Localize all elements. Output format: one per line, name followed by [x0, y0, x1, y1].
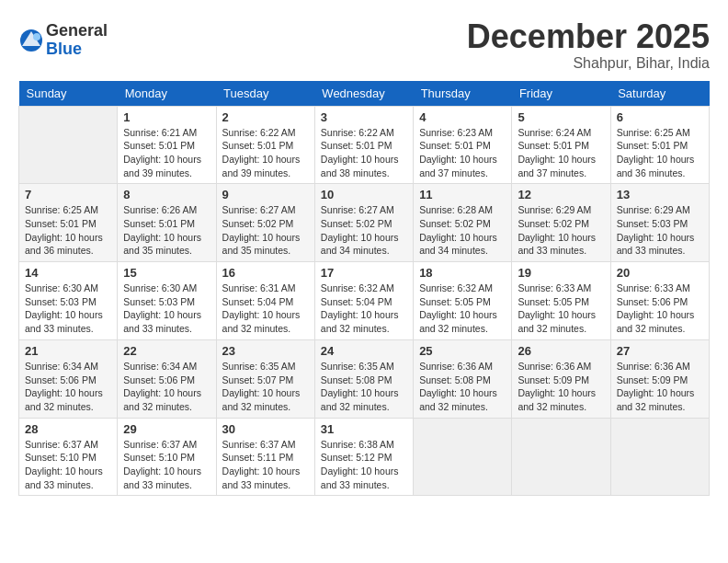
day-info: Sunrise: 6:36 AMSunset: 5:08 PMDaylight:…: [419, 360, 506, 414]
day-number: 31: [321, 422, 407, 436]
header: General Blue December 2025 Shahpur, Biha…: [18, 18, 710, 72]
day-number: 30: [222, 422, 309, 436]
calendar-week-3: 14Sunrise: 6:30 AMSunset: 5:03 PMDayligh…: [19, 262, 710, 340]
calendar-cell: 23Sunrise: 6:35 AMSunset: 5:07 PMDayligh…: [216, 339, 314, 418]
day-number: 2: [222, 110, 309, 124]
day-info: Sunrise: 6:22 AMSunset: 5:01 PMDaylight:…: [321, 126, 407, 180]
weekday-header-saturday: Saturday: [610, 81, 709, 107]
day-info: Sunrise: 6:25 AMSunset: 5:01 PMDaylight:…: [617, 126, 703, 180]
day-info: Sunrise: 6:29 AMSunset: 5:02 PMDaylight:…: [518, 203, 604, 258]
calendar-cell: 29Sunrise: 6:37 AMSunset: 5:10 PMDayligh…: [118, 418, 216, 496]
day-info: Sunrise: 6:30 AMSunset: 5:03 PMDaylight:…: [25, 282, 111, 336]
calendar-cell: [19, 106, 118, 184]
day-number: 19: [518, 266, 604, 280]
calendar-cell: 16Sunrise: 6:31 AMSunset: 5:04 PMDayligh…: [216, 262, 314, 340]
day-info: Sunrise: 6:34 AMSunset: 5:06 PMDaylight:…: [123, 360, 210, 414]
day-number: 23: [222, 344, 309, 358]
weekday-header-thursday: Thursday: [414, 81, 512, 107]
calendar-cell: [610, 418, 709, 496]
day-number: 3: [321, 110, 407, 124]
day-number: 5: [518, 110, 604, 124]
location-title: Shahpur, Bihar, India: [467, 55, 710, 72]
calendar-cell: 2Sunrise: 6:22 AMSunset: 5:01 PMDaylight…: [216, 106, 314, 184]
day-number: 28: [25, 422, 111, 436]
day-number: 8: [123, 188, 210, 201]
calendar-cell: 30Sunrise: 6:37 AMSunset: 5:11 PMDayligh…: [216, 418, 314, 496]
day-info: Sunrise: 6:30 AMSunset: 5:03 PMDaylight:…: [123, 282, 210, 336]
calendar-cell: 7Sunrise: 6:25 AMSunset: 5:01 PMDaylight…: [19, 184, 118, 262]
weekday-header-tuesday: Tuesday: [216, 81, 314, 107]
day-number: 11: [419, 188, 506, 201]
day-info: Sunrise: 6:37 AMSunset: 5:11 PMDaylight:…: [222, 438, 309, 492]
day-info: Sunrise: 6:35 AMSunset: 5:08 PMDaylight:…: [321, 360, 407, 414]
calendar-cell: 26Sunrise: 6:36 AMSunset: 5:09 PMDayligh…: [512, 339, 610, 418]
calendar-cell: [512, 418, 610, 496]
day-info: Sunrise: 6:36 AMSunset: 5:09 PMDaylight:…: [518, 360, 604, 414]
day-info: Sunrise: 6:29 AMSunset: 5:03 PMDaylight:…: [617, 203, 703, 258]
day-info: Sunrise: 6:23 AMSunset: 5:01 PMDaylight:…: [419, 126, 506, 180]
day-info: Sunrise: 6:37 AMSunset: 5:10 PMDaylight:…: [123, 438, 210, 492]
day-info: Sunrise: 6:35 AMSunset: 5:07 PMDaylight:…: [222, 360, 309, 414]
day-info: Sunrise: 6:26 AMSunset: 5:01 PMDaylight:…: [123, 203, 210, 258]
month-title: December 2025: [467, 18, 710, 55]
day-number: 29: [123, 422, 210, 436]
day-info: Sunrise: 6:21 AMSunset: 5:01 PMDaylight:…: [123, 126, 210, 180]
day-number: 15: [123, 266, 210, 280]
calendar-cell: 20Sunrise: 6:33 AMSunset: 5:06 PMDayligh…: [610, 262, 709, 340]
logo-general: General Blue: [46, 22, 108, 59]
logo-icon: [18, 28, 44, 53]
day-number: 24: [321, 344, 407, 358]
calendar-cell: 19Sunrise: 6:33 AMSunset: 5:05 PMDayligh…: [512, 262, 610, 340]
day-info: Sunrise: 6:38 AMSunset: 5:12 PMDaylight:…: [321, 438, 407, 492]
day-info: Sunrise: 6:28 AMSunset: 5:02 PMDaylight:…: [419, 203, 506, 258]
day-info: Sunrise: 6:37 AMSunset: 5:10 PMDaylight:…: [25, 438, 111, 492]
calendar-cell: 12Sunrise: 6:29 AMSunset: 5:02 PMDayligh…: [512, 184, 610, 262]
day-number: 12: [518, 188, 604, 201]
day-info: Sunrise: 6:22 AMSunset: 5:01 PMDaylight:…: [222, 126, 309, 180]
calendar-cell: 27Sunrise: 6:36 AMSunset: 5:09 PMDayligh…: [610, 339, 709, 418]
calendar-cell: 21Sunrise: 6:34 AMSunset: 5:06 PMDayligh…: [19, 339, 118, 418]
day-info: Sunrise: 6:34 AMSunset: 5:06 PMDaylight:…: [25, 360, 111, 414]
calendar-cell: 8Sunrise: 6:26 AMSunset: 5:01 PMDaylight…: [118, 184, 216, 262]
calendar-cell: 5Sunrise: 6:24 AMSunset: 5:01 PMDaylight…: [512, 106, 610, 184]
day-info: Sunrise: 6:27 AMSunset: 5:02 PMDaylight:…: [321, 203, 407, 258]
day-number: 6: [617, 110, 703, 124]
day-info: Sunrise: 6:24 AMSunset: 5:01 PMDaylight:…: [518, 126, 604, 180]
day-number: 17: [321, 266, 407, 280]
weekday-header-monday: Monday: [118, 81, 216, 107]
day-info: Sunrise: 6:32 AMSunset: 5:05 PMDaylight:…: [419, 282, 506, 336]
day-info: Sunrise: 6:36 AMSunset: 5:09 PMDaylight:…: [617, 360, 703, 414]
day-info: Sunrise: 6:27 AMSunset: 5:02 PMDaylight:…: [222, 203, 309, 258]
calendar-cell: 22Sunrise: 6:34 AMSunset: 5:06 PMDayligh…: [118, 339, 216, 418]
calendar-cell: 14Sunrise: 6:30 AMSunset: 5:03 PMDayligh…: [19, 262, 118, 340]
day-number: 26: [518, 344, 604, 358]
calendar-cell: 31Sunrise: 6:38 AMSunset: 5:12 PMDayligh…: [314, 418, 413, 496]
day-number: 21: [25, 344, 111, 358]
calendar-cell: 9Sunrise: 6:27 AMSunset: 5:02 PMDaylight…: [216, 184, 314, 262]
weekday-header-friday: Friday: [512, 81, 610, 107]
calendar-cell: 25Sunrise: 6:36 AMSunset: 5:08 PMDayligh…: [414, 339, 512, 418]
day-number: 9: [222, 188, 309, 201]
day-info: Sunrise: 6:25 AMSunset: 5:01 PMDaylight:…: [25, 203, 111, 258]
day-info: Sunrise: 6:33 AMSunset: 5:05 PMDaylight:…: [518, 282, 604, 336]
calendar-cell: 15Sunrise: 6:30 AMSunset: 5:03 PMDayligh…: [118, 262, 216, 340]
calendar-cell: 1Sunrise: 6:21 AMSunset: 5:01 PMDaylight…: [118, 106, 216, 184]
calendar-cell: 24Sunrise: 6:35 AMSunset: 5:08 PMDayligh…: [314, 339, 413, 418]
calendar-cell: 11Sunrise: 6:28 AMSunset: 5:02 PMDayligh…: [414, 184, 512, 262]
calendar-cell: 18Sunrise: 6:32 AMSunset: 5:05 PMDayligh…: [414, 262, 512, 340]
logo: General Blue: [18, 22, 108, 59]
svg-point-2: [33, 33, 40, 40]
day-number: 18: [419, 266, 506, 280]
weekday-header-wednesday: Wednesday: [314, 81, 413, 107]
day-number: 16: [222, 266, 309, 280]
day-number: 13: [617, 188, 703, 201]
day-number: 22: [123, 344, 210, 358]
calendar-week-1: 1Sunrise: 6:21 AMSunset: 5:01 PMDaylight…: [19, 106, 710, 184]
day-number: 7: [25, 188, 111, 201]
day-info: Sunrise: 6:33 AMSunset: 5:06 PMDaylight:…: [617, 282, 703, 336]
day-number: 27: [617, 344, 703, 358]
day-number: 25: [419, 344, 506, 358]
day-info: Sunrise: 6:31 AMSunset: 5:04 PMDaylight:…: [222, 282, 309, 336]
calendar-cell: 3Sunrise: 6:22 AMSunset: 5:01 PMDaylight…: [314, 106, 413, 184]
calendar-cell: 6Sunrise: 6:25 AMSunset: 5:01 PMDaylight…: [610, 106, 709, 184]
